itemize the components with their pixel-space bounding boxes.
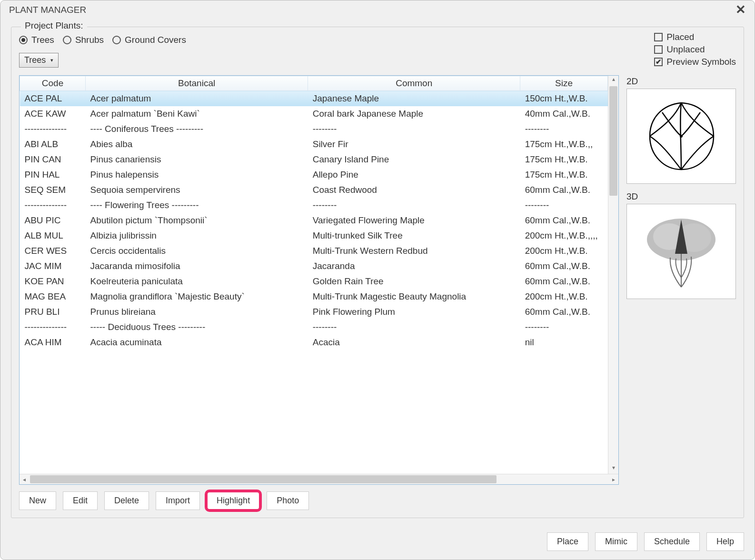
cell-botanical: ----- Deciduous Trees --------- [86,320,308,335]
table-row[interactable]: JAC MIMJacaranda mimosifoliaJacaranda60m… [20,259,608,274]
table-row[interactable]: ACE PALAcer palmatumJapanese Maple150cm … [20,91,608,107]
check-unplaced-label: Unplaced [666,44,705,55]
chevron-down-icon: ▾ [50,57,53,63]
preview-3d-box [626,204,736,299]
cell-botanical: Jacaranda mimosifolia [86,259,308,274]
cell-size: 60mm Cal.,W.B. [520,259,608,274]
radio-trees-label: Trees [31,35,54,45]
cell-code: ACA HIM [20,335,86,350]
cell-common: Coral bark Japanese Maple [308,106,520,121]
photo-button[interactable]: Photo [267,491,309,510]
table-row[interactable]: KOE PANKoelreuteria paniculataGolden Rai… [20,274,608,289]
highlight-button[interactable]: Highlight [207,491,260,510]
scroll-right-icon[interactable]: ▸ [609,474,618,484]
scroll-thumb[interactable] [609,86,617,196]
cell-common: Multi-Trunk Western Redbud [308,243,520,259]
radio-shrubs[interactable]: Shrubs [63,35,104,45]
preview-2d-label: 2D [626,76,736,87]
scroll-thumb[interactable] [30,475,497,483]
check-preview-symbols-label: Preview Symbols [666,57,736,67]
plant-table[interactable]: Code Botanical Common Size ACE PALAcer p… [20,76,608,350]
cell-common: Canary Island Pine [308,152,520,167]
table-header-row: Code Botanical Common Size [20,76,608,91]
cell-size: 150cm Ht.,W.B. [520,91,608,107]
cell-code: ABI ALB [20,137,86,152]
dropdown-value: Trees [24,55,46,65]
table-row[interactable]: ABI ALBAbies albaSilver Fir175cm Ht.,W.B… [20,137,608,152]
table-row[interactable]: ACA HIMAcacia acuminataAcacianil [20,335,608,350]
table-row[interactable]: ------------------ Coniferous Trees ----… [20,121,608,137]
vertical-scrollbar[interactable]: ▴ ▾ [608,76,618,474]
scroll-up-icon[interactable]: ▴ [608,76,618,85]
delete-button[interactable]: Delete [104,491,149,510]
col-botanical[interactable]: Botanical [86,76,308,91]
table-row[interactable]: ALB MULAlbizia julibrissinMulti-trunked … [20,228,608,243]
filter-checks: Placed Unplaced ✔ Preview Symbols [654,32,736,67]
cell-size: 175cm Ht.,W.B.,, [520,137,608,152]
cell-botanical: Prunus blireiana [86,304,308,320]
category-dropdown[interactable]: Trees ▾ [19,53,59,68]
cell-size: 60mm Cal.,W.B. [520,274,608,289]
cell-common: -------- [308,320,520,335]
preview-3d-label: 3D [626,191,736,202]
table-row[interactable]: PRU BLIPrunus blireianaPink Flowering Pl… [20,304,608,320]
cell-common: Pink Flowering Plum [308,304,520,320]
radio-trees[interactable]: Trees [19,35,54,45]
cell-size: 40mm Cal.,W.B. [520,106,608,121]
plant-2d-symbol-icon [643,98,719,174]
radio-circle-icon [63,36,71,44]
cell-botanical: Pinus canariensis [86,152,308,167]
table-row[interactable]: ------------------ Flowering Trees -----… [20,198,608,213]
check-placed-label: Placed [666,32,694,42]
cell-common: -------- [308,121,520,137]
content-area: Project Plants: Trees Shrubs [0,17,755,560]
table-row[interactable]: ACE KAWAcer palmatum `Beni Kawi`Coral ba… [20,106,608,121]
schedule-button[interactable]: Schedule [644,532,700,551]
table-row[interactable]: PIN CANPinus canariensisCanary Island Pi… [20,152,608,167]
table-row[interactable]: ABU PICAbutilon pictum `Thompsonii`Varie… [20,213,608,228]
cell-botanical: ---- Coniferous Trees --------- [86,121,308,137]
cell-size: 200cm Ht.,W.B. [520,243,608,259]
cell-botanical: Abutilon pictum `Thompsonii` [86,213,308,228]
horizontal-scrollbar[interactable]: ◂ ▸ [20,474,618,484]
cell-code: ALB MUL [20,228,86,243]
cell-common: Multi-Trunk Magestic Beauty Magnolia [308,289,520,304]
edit-button[interactable]: Edit [63,491,98,510]
cell-size: 200cm Ht.,W.B.,,,, [520,228,608,243]
cell-code: -------------- [20,320,86,335]
cell-code: -------------- [20,121,86,137]
radio-ground-covers-label: Ground Covers [125,35,186,45]
check-unplaced[interactable]: Unplaced [654,44,736,55]
col-code[interactable]: Code [20,76,86,91]
cell-common: Coast Redwood [308,182,520,198]
close-icon[interactable]: ✕ [733,2,749,17]
scroll-left-icon[interactable]: ◂ [20,474,29,484]
table-row[interactable]: SEQ SEMSequoia sempervirensCoast Redwood… [20,182,608,198]
col-size[interactable]: Size [520,76,608,91]
table-row[interactable]: ------------------- Deciduous Trees ----… [20,320,608,335]
left-top-block: Trees Shrubs Ground Covers Trees [19,32,186,70]
new-button[interactable]: New [19,491,56,510]
mimic-button[interactable]: Mimic [595,532,637,551]
scroll-down-icon[interactable]: ▾ [608,464,618,474]
cell-code: JAC MIM [20,259,86,274]
grid-body: Code Botanical Common Size ACE PALAcer p… [20,76,608,474]
cell-code: ABU PIC [20,213,86,228]
cell-botanical: Sequoia sempervirens [86,182,308,198]
col-common[interactable]: Common [308,76,520,91]
check-placed[interactable]: Placed [654,32,736,42]
table-row[interactable]: PIN HALPinus halepensisAllepo Pine175cm … [20,167,608,182]
place-button[interactable]: Place [547,532,588,551]
table-row[interactable]: MAG BEAMagnolia grandiflora `Majestic Be… [20,289,608,304]
cell-size: -------- [520,121,608,137]
cell-botanical: Acer palmatum `Beni Kawi` [86,106,308,121]
radio-ground-covers[interactable]: Ground Covers [112,35,186,45]
check-preview-symbols[interactable]: ✔ Preview Symbols [654,57,736,67]
table-row[interactable]: CER WESCercis occidentalisMulti-Trunk We… [20,243,608,259]
import-button[interactable]: Import [156,491,200,510]
help-button[interactable]: Help [706,532,744,551]
cell-botanical: Abies alba [86,137,308,152]
plant-table-wrap: Code Botanical Common Size ACE PALAcer p… [19,75,619,485]
cell-common: Allepo Pine [308,167,520,182]
cell-botanical: Albizia julibrissin [86,228,308,243]
